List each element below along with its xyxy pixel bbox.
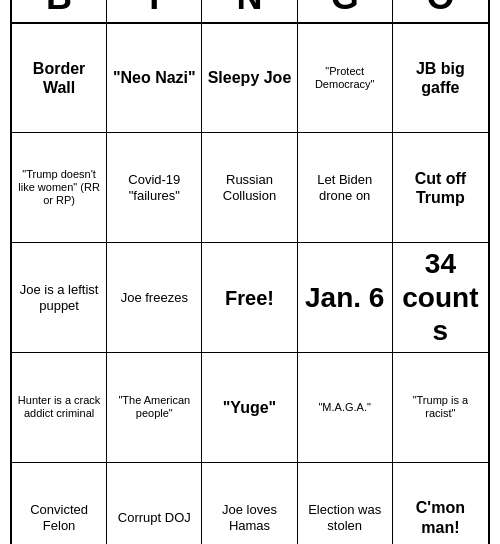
bingo-cell-22: Joe loves Hamas [202, 463, 297, 544]
bingo-cell-15: Hunter is a crack addict criminal [12, 353, 107, 463]
bingo-cell-20: Convicted Felon [12, 463, 107, 544]
bingo-cell-8: Let Biden drone on [298, 133, 393, 243]
bingo-cell-4: JB big gaffe [393, 24, 488, 134]
bingo-cell-11: Joe freezes [107, 243, 202, 353]
bingo-header: BINGO [12, 0, 488, 24]
bingo-card: BINGO Border Wall"Neo Nazi"Sleepy Joe"Pr… [10, 0, 490, 544]
bingo-letter-i: I [107, 0, 202, 22]
bingo-cell-24: C'mon man! [393, 463, 488, 544]
bingo-cell-10: Joe is a leftist puppet [12, 243, 107, 353]
bingo-cell-19: "Trump is a racist" [393, 353, 488, 463]
bingo-cell-2: Sleepy Joe [202, 24, 297, 134]
bingo-cell-12: Free! [202, 243, 297, 353]
bingo-cell-5: "Trump doesn't like women" (RR or RP) [12, 133, 107, 243]
bingo-cell-3: "Protect Democracy" [298, 24, 393, 134]
bingo-grid: Border Wall"Neo Nazi"Sleepy Joe"Protect … [12, 24, 488, 544]
bingo-cell-7: Russian Collusion [202, 133, 297, 243]
bingo-cell-0: Border Wall [12, 24, 107, 134]
bingo-cell-21: Corrupt DOJ [107, 463, 202, 544]
bingo-letter-n: N [202, 0, 297, 22]
bingo-letter-g: G [298, 0, 393, 22]
bingo-cell-18: "M.A.G.A." [298, 353, 393, 463]
bingo-cell-23: Election was stolen [298, 463, 393, 544]
bingo-cell-6: Covid-19 "failures" [107, 133, 202, 243]
bingo-letter-b: B [12, 0, 107, 22]
bingo-cell-13: Jan. 6 [298, 243, 393, 353]
bingo-cell-14: 34 counts [393, 243, 488, 353]
bingo-cell-1: "Neo Nazi" [107, 24, 202, 134]
bingo-cell-16: "The American people" [107, 353, 202, 463]
bingo-letter-o: O [393, 0, 488, 22]
bingo-cell-17: "Yuge" [202, 353, 297, 463]
bingo-cell-9: Cut off Trump [393, 133, 488, 243]
